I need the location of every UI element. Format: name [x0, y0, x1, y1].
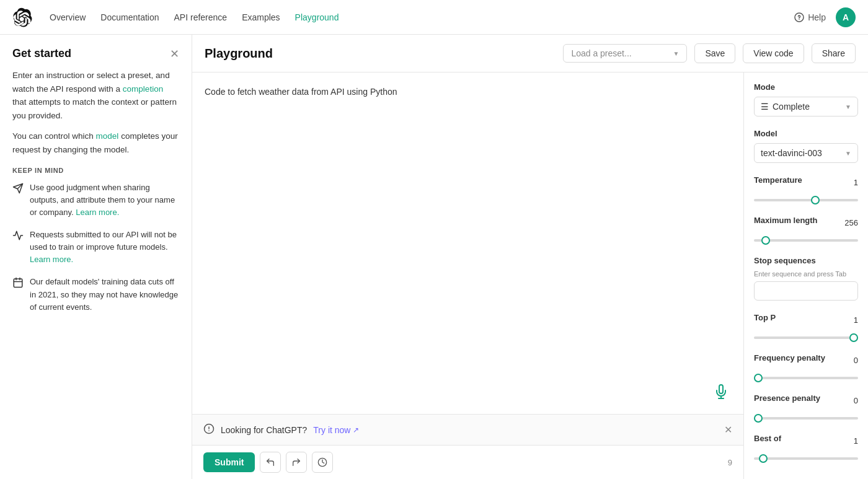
- submit-button[interactable]: Submit: [203, 452, 255, 472]
- char-count: 9: [728, 458, 732, 467]
- sidebar-header: Get started ✕: [12, 47, 179, 60]
- tip-training: Requests submitted to our API will not b…: [12, 229, 179, 266]
- playground-title: Playground: [205, 46, 273, 61]
- nav-documentation[interactable]: Documentation: [100, 12, 159, 22]
- banner-text: Looking for ChatGPT?: [221, 425, 307, 435]
- layout: Get started ✕ Enter an instruction or se…: [0, 35, 868, 479]
- completion-link[interactable]: completion: [123, 84, 163, 94]
- stop-sequences-label: Stop sequences: [754, 256, 858, 265]
- model-link[interactable]: model: [96, 131, 119, 141]
- view-code-button[interactable]: View code: [743, 43, 804, 63]
- preset-dropdown[interactable]: Load a preset... ▼: [563, 44, 687, 63]
- temperature-slider[interactable]: [754, 199, 858, 201]
- sidebar: Get started ✕ Enter an instruction or se…: [0, 35, 192, 479]
- nav-overview[interactable]: Overview: [50, 12, 86, 22]
- help-button[interactable]: Help: [794, 12, 826, 22]
- history-button[interactable]: [312, 452, 333, 473]
- mode-section: Mode ☰ Complete ▼: [754, 82, 858, 116]
- stop-sequences-input[interactable]: [754, 281, 858, 301]
- mode-chevron-icon: ▼: [845, 103, 851, 110]
- help-label: Help: [808, 12, 826, 22]
- tip-sharing-link[interactable]: Learn more.: [76, 208, 119, 217]
- nav-right: Help A: [794, 7, 856, 27]
- playground-header: Playground Load a preset... ▼ Save View …: [192, 35, 868, 73]
- text-area-wrapper: Code to fetch weather data from API usin…: [192, 73, 743, 414]
- tip-cutoff-text: Our default models' training data cuts o…: [30, 276, 179, 313]
- best-of-slider[interactable]: [754, 457, 858, 460]
- save-button[interactable]: Save: [694, 43, 735, 63]
- undo-button[interactable]: [260, 452, 281, 473]
- mode-icon: ☰: [761, 102, 769, 112]
- nav-api-reference[interactable]: API reference: [174, 12, 228, 22]
- nav-links: Overview Documentation API reference Exa…: [50, 12, 339, 22]
- playground-body: Code to fetch weather data from API usin…: [192, 73, 868, 479]
- preset-placeholder: Load a preset...: [571, 48, 631, 58]
- model-chevron-icon: ▼: [845, 150, 851, 157]
- stop-sequences-section: Stop sequences Enter sequence and press …: [754, 256, 858, 301]
- mode-label: Mode: [754, 82, 858, 92]
- freq-penalty-value: 0: [854, 356, 858, 365]
- top-p-value: 1: [854, 315, 858, 325]
- text-area-section: Code to fetch weather data from API usin…: [192, 73, 744, 479]
- send-icon: [12, 183, 24, 198]
- temperature-section: Temperature 1: [754, 175, 858, 203]
- external-link-icon: ↗: [353, 426, 359, 434]
- presence-penalty-label: Presence penalty: [754, 393, 820, 403]
- freq-penalty-section: Frequency penalty 0: [754, 353, 858, 381]
- nav-playground[interactable]: Playground: [295, 12, 339, 22]
- best-of-section: Best of 1: [754, 434, 858, 462]
- close-sidebar-button[interactable]: ✕: [170, 48, 179, 59]
- best-of-value: 1: [854, 436, 858, 446]
- presence-penalty-value: 0: [854, 396, 858, 405]
- best-of-label: Best of: [754, 434, 781, 443]
- model-label: Model: [754, 129, 858, 138]
- sidebar-model-text: You can control which model completes yo…: [12, 130, 179, 156]
- calendar-icon: [12, 277, 24, 292]
- try-it-now-link[interactable]: Try it now ↗: [313, 425, 359, 435]
- help-icon: [794, 12, 804, 22]
- svg-point-1: [799, 19, 800, 20]
- prompt-textarea[interactable]: Code to fetch weather data from API usin…: [205, 85, 731, 402]
- chevron-down-icon: ▼: [673, 50, 679, 57]
- mode-value: Complete: [773, 102, 810, 112]
- tip-cutoff: Our default models' training data cuts o…: [12, 276, 179, 313]
- mode-dropdown[interactable]: ☰ Complete ▼: [754, 97, 858, 116]
- tip-training-text: Requests submitted to our API will not b…: [30, 229, 179, 266]
- info-icon: [203, 423, 215, 436]
- max-length-value: 256: [844, 218, 858, 227]
- microphone-icon[interactable]: [714, 384, 731, 402]
- model-section: Model text-davinci-003 ▼: [754, 129, 858, 163]
- freq-penalty-slider[interactable]: [754, 377, 858, 379]
- presence-penalty-slider[interactable]: [754, 417, 858, 420]
- share-button[interactable]: Share: [812, 43, 856, 63]
- redo-button[interactable]: [286, 452, 307, 473]
- top-p-slider[interactable]: [754, 336, 858, 339]
- max-length-section: Maximum length 256: [754, 216, 858, 244]
- temperature-label: Temperature: [754, 175, 802, 185]
- sidebar-title: Get started: [12, 47, 71, 60]
- model-value: text-davinci-003: [761, 148, 822, 158]
- max-length-slider[interactable]: [754, 239, 858, 242]
- stop-seq-hint: Enter sequence and press Tab: [754, 270, 858, 278]
- close-banner-button[interactable]: ✕: [724, 424, 732, 436]
- temperature-value: 1: [854, 178, 858, 187]
- avatar[interactable]: A: [836, 7, 856, 27]
- activity-icon: [12, 230, 24, 245]
- logo: [12, 7, 32, 27]
- main: Playground Load a preset... ▼ Save View …: [192, 35, 868, 479]
- tip-sharing: Use good judgment when sharing outputs, …: [12, 182, 179, 219]
- model-dropdown[interactable]: text-davinci-003 ▼: [754, 143, 858, 163]
- presence-penalty-section: Presence penalty 0: [754, 393, 858, 421]
- sidebar-intro: Enter an instruction or select a preset,…: [12, 69, 179, 122]
- freq-penalty-label: Frequency penalty: [754, 353, 825, 363]
- tip-training-link[interactable]: Learn more.: [30, 255, 73, 264]
- submit-bar: Submit 9: [192, 445, 743, 479]
- keep-in-mind-label: KEEP IN MIND: [12, 167, 179, 174]
- top-nav: Overview Documentation API reference Exa…: [0, 0, 868, 35]
- svg-rect-4: [14, 279, 22, 288]
- nav-examples[interactable]: Examples: [242, 12, 280, 22]
- top-p-label: Top P: [754, 313, 776, 322]
- chatgpt-banner: Looking for ChatGPT? Try it now ↗ ✕: [192, 414, 743, 445]
- max-length-label: Maximum length: [754, 216, 818, 225]
- top-p-section: Top P 1: [754, 313, 858, 341]
